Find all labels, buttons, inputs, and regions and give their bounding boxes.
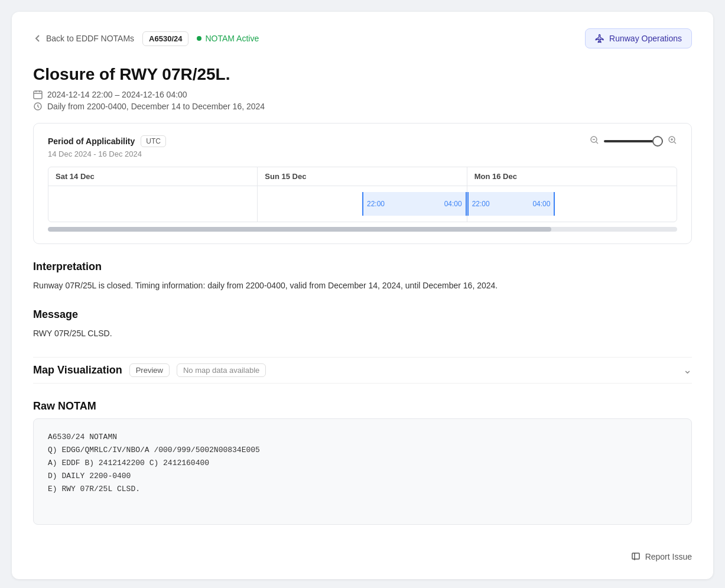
zoom-slider[interactable] xyxy=(604,140,663,142)
clock-icon xyxy=(33,102,43,111)
message-section: Message RWY 07R/25L CLSD. xyxy=(33,308,692,340)
svg-line-11 xyxy=(674,142,676,144)
raw-notam-section: Raw NOTAM A6530/24 NOTAMN Q) EDGG/QMRLC/… xyxy=(33,400,692,525)
date-range-text: 2024-12-14 22:00 – 2024-12-16 04:00 xyxy=(47,90,187,99)
report-issue-button[interactable]: Report Issue xyxy=(631,552,692,561)
raw-notam-box: A6530/24 NOTAMN Q) EDGG/QMRLC/IV/NBO/A /… xyxy=(33,418,692,525)
time-block-mon: 22:00 04:00 xyxy=(467,192,555,216)
no-map-badge: No map data available xyxy=(177,363,266,377)
top-bar: Back to EDDF NOTAMs A6530/24 NOTAM Activ… xyxy=(33,28,692,48)
date-range-row: 2024-12-14 22:00 – 2024-12-16 04:00 xyxy=(33,90,692,99)
map-viz-left: Map Visualization Preview No map data av… xyxy=(33,363,266,377)
timeline-date-range-sub: 14 Dec 2024 - 16 Dec 2024 xyxy=(48,150,677,158)
map-visualization-section: Map Visualization Preview No map data av… xyxy=(33,357,692,384)
timeline-header: Period of Applicability UTC xyxy=(48,135,677,147)
report-issue-label: Report Issue xyxy=(645,552,692,561)
zoom-controls xyxy=(590,135,677,147)
time-block-mon-end: 04:00 xyxy=(532,200,550,208)
raw-notam-title: Raw NOTAM xyxy=(33,400,692,412)
day-header-sat: Sat 14 Dec xyxy=(48,167,258,186)
message-text: RWY 07R/25L CLSD. xyxy=(33,327,692,340)
raw-notam-line-5: E) RWY 07R/25L CLSD. xyxy=(48,483,677,496)
map-viz-chevron-icon[interactable]: ⌄ xyxy=(683,363,692,376)
zoom-out-icon[interactable] xyxy=(590,135,599,147)
time-block-sun-end: 04:00 xyxy=(444,200,462,208)
map-viz-title: Map Visualization xyxy=(33,364,122,376)
runway-ops-label: Runway Operations xyxy=(609,34,682,43)
top-bar-left: Back to EDDF NOTAMs A6530/24 NOTAM Activ… xyxy=(33,31,259,46)
zoom-in-icon[interactable] xyxy=(668,135,677,147)
interpretation-title: Interpretation xyxy=(33,261,692,273)
time-block-mon-start: 22:00 xyxy=(472,200,490,208)
time-block-sun-start: 22:00 xyxy=(367,200,385,208)
timeline-segment-mon: 22:00 04:00 xyxy=(467,186,677,222)
main-card: Back to EDDF NOTAMs A6530/24 NOTAM Activ… xyxy=(12,12,713,579)
timeline-card: Period of Applicability UTC xyxy=(33,123,692,244)
status-label: NOTAM Active xyxy=(205,34,259,43)
utc-badge: UTC xyxy=(141,135,166,147)
svg-rect-0 xyxy=(34,91,42,99)
preview-button[interactable]: Preview xyxy=(129,363,170,377)
message-title: Message xyxy=(33,308,692,321)
timeline-days-header: Sat 14 Dec Sun 15 Dec Mon 16 Dec xyxy=(48,167,677,186)
raw-notam-line-1: A6530/24 NOTAMN xyxy=(48,431,677,444)
daily-schedule-text: Daily from 2200-0400, December 14 to Dec… xyxy=(47,102,265,111)
period-label: Period of Applicability xyxy=(48,137,135,146)
day-header-mon: Mon 16 Dec xyxy=(467,167,677,186)
page-title: Closure of RWY 07R/25L. xyxy=(33,65,692,84)
interpretation-text: Runway 07R/25L is closed. Timing informa… xyxy=(33,279,692,292)
time-block-sun: 22:00 04:00 xyxy=(362,192,467,216)
interpretation-section: Interpretation Runway 07R/25L is closed.… xyxy=(33,261,692,292)
zoom-thumb[interactable] xyxy=(652,136,663,147)
calendar-icon xyxy=(33,90,43,99)
raw-notam-line-2: Q) EDGG/QMRLC/IV/NBO/A /000/999/5002N008… xyxy=(48,444,677,457)
back-label: Back to EDDF NOTAMs xyxy=(46,34,134,43)
flag-icon xyxy=(631,552,641,561)
timeline-scroll-thumb[interactable] xyxy=(48,227,551,232)
timeline-title-row: Period of Applicability UTC xyxy=(48,135,166,147)
status-dot xyxy=(197,36,201,41)
plane-icon xyxy=(595,34,604,43)
timeline-scroll[interactable] xyxy=(48,227,677,232)
timeline-grid: Sat 14 Dec Sun 15 Dec Mon 16 Dec 22:00 0… xyxy=(48,167,677,222)
chevron-left-icon xyxy=(33,34,43,43)
svg-rect-12 xyxy=(632,553,639,559)
timeline-segment-sun: 22:00 04:00 xyxy=(258,186,467,222)
notam-id-badge: A6530/24 xyxy=(142,31,188,46)
svg-line-7 xyxy=(596,142,598,144)
day-header-sun: Sun 15 Dec xyxy=(258,167,467,186)
daily-row: Daily from 2200-0400, December 14 to Dec… xyxy=(33,102,692,111)
back-link[interactable]: Back to EDDF NOTAMs xyxy=(33,34,134,43)
timeline-segment-sat xyxy=(48,186,258,222)
runway-ops-button[interactable]: Runway Operations xyxy=(585,28,692,48)
notam-status: NOTAM Active xyxy=(197,34,259,43)
raw-notam-line-3: A) EDDF B) 2412142200 C) 2412160400 xyxy=(48,457,677,470)
timeline-body: 22:00 04:00 22:00 04:00 xyxy=(48,186,677,222)
raw-notam-line-4: D) DAILY 2200-0400 xyxy=(48,470,677,483)
